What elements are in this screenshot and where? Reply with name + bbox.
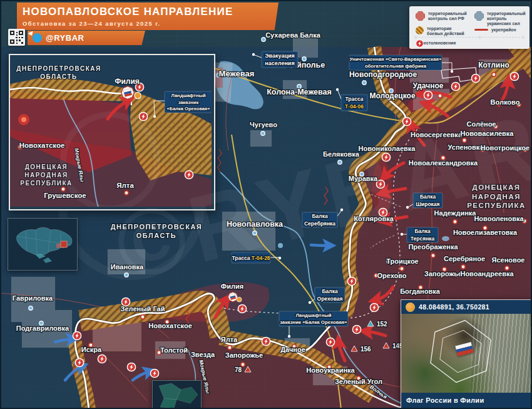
- settlement-label: Грушевское: [44, 192, 86, 199]
- clash-icon: [139, 112, 147, 120]
- legend-item-ua: территориальный контроль украинских сил: [474, 11, 531, 26]
- settlement-label: Подгавриловка: [16, 324, 69, 332]
- poi-orange-icon: [135, 92, 141, 98]
- photo-inset: 48.084891, 36.750281 Флаг России в Филии: [401, 299, 532, 408]
- settlement-label: Ялта: [116, 182, 134, 189]
- pond: [442, 236, 449, 241]
- legend-item-clashes: боестолкновения: [416, 39, 458, 46]
- callout-text: Ореховая: [317, 296, 343, 302]
- legend-item-rf: территориальный контроль сил РФ: [416, 11, 467, 21]
- settlement-label: Ясеновое: [492, 256, 525, 264]
- settlement-label: Новохатское: [19, 142, 65, 149]
- combat-area-icon: [416, 26, 424, 34]
- settlement-label: Успеновка: [448, 143, 484, 151]
- clash-icon: [98, 355, 106, 363]
- region-label: ДОНЕЦКАЯНАРОДНАЯРЕСПУБЛИКА: [20, 163, 72, 187]
- settlement-label: Запорожье: [424, 270, 462, 277]
- highlight-region-red: [61, 241, 67, 247]
- callout-text: заказник: [178, 100, 199, 105]
- callout-text: Широкая: [416, 201, 439, 207]
- region-label: ДОНЕЦКАЯНАРОДНАЯРЕСПУБЛИКА: [467, 184, 526, 209]
- settlement-label: Чугуево: [250, 121, 277, 128]
- callout-dot: [336, 88, 339, 91]
- legend-item-fortified: укрепрайон: [474, 26, 530, 33]
- settlement-label: Новоандреевка: [460, 270, 514, 277]
- settlement-label: Филия: [221, 282, 243, 290]
- settlement-marker: [228, 346, 232, 349]
- clash-icon: [352, 325, 361, 333]
- callout-text: заказник «Балка Ореховая»: [280, 319, 347, 325]
- drone-photo: [401, 314, 531, 393]
- settlement-label: Звезда: [191, 351, 215, 358]
- settlement-marker: [253, 231, 257, 235]
- map-poster: 15215614578 ДНЕПРОПЕТРОВСКАЯОБЛАСТЬДОНЕЦ…: [0, 0, 532, 409]
- callout-dot: [340, 209, 343, 211]
- settlement-label: Новохатское: [148, 322, 192, 329]
- settlement-label: Надеждинка: [434, 209, 477, 217]
- settlement-marker: [362, 81, 366, 85]
- clash-icon: [471, 74, 479, 82]
- settlement-label: Новоалександровка: [409, 159, 478, 167]
- legend-label: боестолкновения: [419, 41, 458, 46]
- callout-text: Трасса: [345, 96, 363, 102]
- fortified-line-icon: [474, 29, 488, 31]
- settlement-label: Орехово: [377, 272, 406, 279]
- qr-code: [8, 29, 25, 46]
- clash-icon: [376, 180, 384, 188]
- settlement-label: Муравка: [349, 175, 378, 182]
- callout-text: Уничтоженная «Свято-Варваринская»: [350, 56, 442, 62]
- telegram-icon: [33, 33, 42, 43]
- settlement-label: Солёное: [467, 120, 496, 128]
- settlement-label: Филия: [115, 77, 140, 86]
- attack-arrow-blue: [311, 245, 329, 246]
- channel-handle: @RYBAR: [46, 33, 84, 43]
- settlement-label: Преображенка: [408, 243, 458, 251]
- map-title: НОВОПАВЛОВСКОЕ НАПРАВЛЕНИЕ: [23, 6, 279, 18]
- callout-text: Эвакуация: [265, 53, 295, 59]
- callout-dot: [153, 115, 156, 118]
- settlement-label: Дачное: [280, 346, 305, 353]
- clash-icon: [451, 82, 459, 90]
- brand-strip: @RYBAR: [28, 31, 145, 45]
- clash-icon: [185, 170, 193, 179]
- clash-icon: [347, 277, 356, 285]
- settlement-label: Запорожье: [225, 351, 263, 359]
- callout-text: Трасса Т-04-28: [232, 255, 270, 261]
- settlement-marker: [453, 220, 457, 224]
- settlement-label: Новоподгородное: [349, 70, 417, 79]
- legend-label: укрепрайон: [491, 28, 530, 33]
- clash-icon: [370, 303, 378, 311]
- settlement-label: Межевая: [219, 69, 255, 78]
- pond: [278, 243, 283, 248]
- clash-icon: [326, 338, 334, 346]
- callout-text: обогатительная фабрика: [365, 63, 427, 69]
- callout-text: Серебрянка: [304, 220, 335, 227]
- clash-icon: [150, 369, 158, 377]
- settlement-label: Толстой: [160, 346, 188, 354]
- callout-dot: [406, 206, 409, 209]
- inset-strike-glow2: [21, 117, 26, 122]
- callout-text: Ландшафтный: [295, 313, 331, 318]
- settlement-label: Зеленый Гай: [121, 305, 165, 313]
- settlement-label: Беляковка: [323, 150, 360, 158]
- settlement-label: Троицкое: [386, 257, 418, 265]
- settlement-label: Серебряное: [444, 255, 485, 262]
- detail-inset-filiya: ДНЕПРОПЕТРОВСКАЯОБЛАСТЬДОНЕЦКАЯНАРОДНАЯР…: [9, 54, 215, 210]
- callout-dot: [401, 233, 403, 236]
- settlement-marker: [125, 191, 128, 195]
- clash-icon: [402, 117, 411, 125]
- settlement-label: Богдановка: [400, 287, 441, 295]
- height-value: 156: [361, 346, 371, 353]
- photo-coordinates: 48.084891, 36.750281: [419, 303, 489, 311]
- callout-text: «Балка Ореховая»: [167, 106, 210, 111]
- crimea-shape: [43, 257, 52, 263]
- settlement-label: Новопавловка: [227, 220, 284, 229]
- settlement-label: Удачное: [413, 81, 444, 90]
- settlement-marker: [431, 254, 435, 257]
- settlement-label: Зеленый Угол: [335, 378, 382, 385]
- legend-label: территориальный контроль сил РФ: [428, 11, 467, 21]
- legend-item-combat: территория боевых действий: [416, 26, 466, 36]
- qr-pattern: [8, 29, 25, 46]
- settlement-marker: [29, 306, 33, 310]
- clash-icon: [238, 304, 246, 313]
